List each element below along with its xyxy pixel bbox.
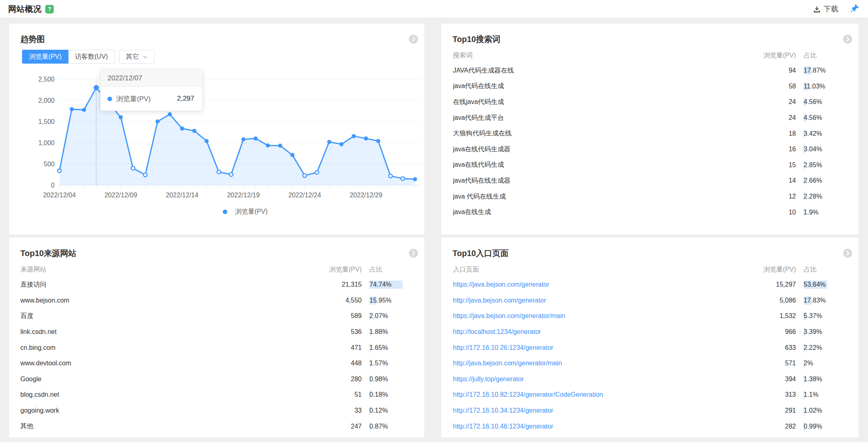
data-point-marker[interactable]: [192, 129, 196, 133]
col-header-pct: 占比: [369, 265, 414, 274]
x-axis-tick-label: 2022/12/24: [288, 192, 321, 199]
entry-page-link[interactable]: https://jully.top/generator: [453, 376, 524, 382]
row-percent: 1.65%: [369, 344, 414, 351]
trend-expand-button[interactable]: [409, 35, 418, 44]
row-pv-value: 16: [747, 146, 796, 153]
download-button[interactable]: 下载: [813, 4, 838, 14]
entry-page-link[interactable]: http://172.16.10.26:1234/generator: [453, 344, 553, 351]
tab-other-dropdown[interactable]: 其它: [119, 50, 155, 64]
data-point-marker[interactable]: [204, 139, 209, 143]
data-point-marker[interactable]: [58, 169, 62, 172]
search-terms-panel: Top10搜索词 搜索词 浏览量(PV) 占比 JAVA代码生成器在线9417.…: [441, 23, 859, 235]
entry-page-link[interactable]: http://172.16.10.34:1234/generator: [453, 407, 553, 414]
percent-text: 0.18%: [369, 391, 388, 398]
entry-page-link[interactable]: http://172.16.10.82:1234/generator/CodeG…: [453, 391, 603, 398]
data-point-marker[interactable]: [339, 142, 343, 146]
table-row: 直接访问21,31574.74%: [20, 277, 414, 293]
data-point-marker[interactable]: [70, 107, 74, 111]
data-point-marker[interactable]: [389, 174, 392, 178]
col-header-name: 搜索词: [453, 51, 747, 60]
row-percent: 0.12%: [369, 407, 414, 414]
data-point-marker[interactable]: [401, 177, 404, 180]
y-axis-tick-label: 0: [51, 182, 55, 189]
data-point-marker[interactable]: [290, 153, 294, 157]
data-point-marker[interactable]: [131, 166, 135, 170]
x-axis-tick-label: 2022/12/04: [43, 192, 76, 199]
data-point-marker[interactable]: [94, 85, 99, 91]
row-pv-value: 24: [747, 114, 796, 122]
entry-page-link[interactable]: http://java.bejson.com/generator/main: [453, 360, 562, 367]
data-point-marker[interactable]: [82, 108, 86, 112]
row-percent: 0.87%: [369, 423, 414, 430]
row-name: link.csdn.net: [20, 328, 313, 336]
row-percent: 0.98%: [369, 376, 414, 383]
data-point-marker[interactable]: [364, 137, 368, 141]
row-pv-value: 4,550: [313, 297, 362, 304]
table-header: 入口页面 浏览量(PV) 占比: [453, 262, 848, 277]
data-point-marker[interactable]: [376, 139, 380, 143]
row-name: www.bejson.com: [20, 297, 313, 304]
y-axis-tick-label: 500: [44, 161, 55, 168]
x-axis-tick-label: 2022/12/19: [227, 192, 259, 199]
data-point-marker[interactable]: [242, 137, 246, 141]
row-name: http://172.16.10.34:1234/generator: [453, 407, 747, 414]
row-name: http://172.16.10.82:1234/generator/CodeG…: [453, 391, 747, 398]
row-name: java代码生成平台: [453, 114, 747, 122]
row-name: 其他: [20, 422, 313, 431]
search-terms-expand-button[interactable]: [843, 35, 852, 44]
entry-page-link[interactable]: http://localhost:1234/generator: [453, 328, 541, 335]
table-row: java在线生成101.9%: [453, 204, 848, 220]
data-point-marker[interactable]: [217, 170, 221, 174]
data-point-marker[interactable]: [119, 115, 123, 119]
data-point-marker[interactable]: [303, 174, 307, 177]
data-point-marker[interactable]: [156, 119, 160, 124]
tooltip-row: 浏览量(PV) 2,297: [101, 87, 202, 110]
data-point-marker[interactable]: [327, 140, 331, 144]
search-terms-table: 搜索词 浏览量(PV) 占比 JAVA代码生成器在线9417.87%java代码…: [453, 48, 848, 220]
data-point-marker[interactable]: [229, 173, 233, 177]
row-name: gogoing.work: [20, 407, 313, 414]
row-percent: 2.66%: [804, 177, 848, 184]
row-pv-value: 291: [747, 407, 796, 414]
data-point-marker[interactable]: [254, 137, 258, 141]
help-icon[interactable]: ?: [45, 5, 54, 13]
data-point-marker[interactable]: [180, 126, 184, 130]
row-pv-value: 12: [747, 193, 796, 200]
x-axis-tick-label: 2022/12/29: [349, 192, 382, 199]
percent-text: 5.37%: [804, 312, 822, 319]
chart-legend[interactable]: 浏览量(PV): [66, 208, 424, 216]
data-point-marker[interactable]: [315, 170, 319, 174]
row-percent: 2.28%: [804, 193, 848, 200]
pin-button[interactable]: [850, 4, 860, 14]
percent-text: 11.03%: [804, 83, 825, 90]
entry-page-link[interactable]: https://java.bejson.com/generator/main: [453, 312, 565, 319]
row-name: 在线java代码生成: [453, 98, 747, 106]
data-point-marker[interactable]: [143, 173, 147, 177]
referrers-expand-button[interactable]: [409, 249, 418, 258]
data-point-marker[interactable]: [266, 144, 270, 148]
entry-page-link[interactable]: http://172.16.10.46:1234/generator: [453, 423, 553, 430]
row-percent: 1.57%: [369, 360, 414, 367]
percent-text: 0.98%: [369, 376, 388, 382]
percent-text: 17.83%: [804, 297, 826, 304]
data-point-marker[interactable]: [278, 144, 282, 148]
tab-pv[interactable]: 浏览量(PV): [22, 50, 68, 64]
row-name: www.devtool.com: [20, 360, 313, 367]
entry-page-link[interactable]: https://java.bejson.com/generator: [453, 281, 549, 288]
percent-text: 1.57%: [369, 360, 388, 367]
percent-text: 15.95%: [369, 297, 391, 304]
percent-text: 3.42%: [804, 130, 822, 137]
entry-page-link[interactable]: http://java.bejson.com/generator: [453, 297, 546, 304]
table-row: https://jully.top/generator3941.38%: [453, 371, 848, 387]
top-bar: 网站概况 ? 下载: [0, 0, 868, 18]
data-point-marker[interactable]: [168, 112, 172, 116]
data-point-marker[interactable]: [413, 177, 417, 181]
entry-pages-expand-button[interactable]: [843, 249, 852, 258]
row-name: http://172.16.10.46:1234/generator: [453, 423, 747, 430]
chevron-right-icon: [843, 249, 852, 258]
row-name: java在线代码生成: [453, 161, 747, 169]
col-header-pv: 浏览量(PV): [313, 265, 362, 274]
tab-uv[interactable]: 访客数(UV): [68, 50, 115, 64]
y-axis-tick-label: 1,500: [38, 118, 55, 125]
data-point-marker[interactable]: [352, 134, 356, 138]
